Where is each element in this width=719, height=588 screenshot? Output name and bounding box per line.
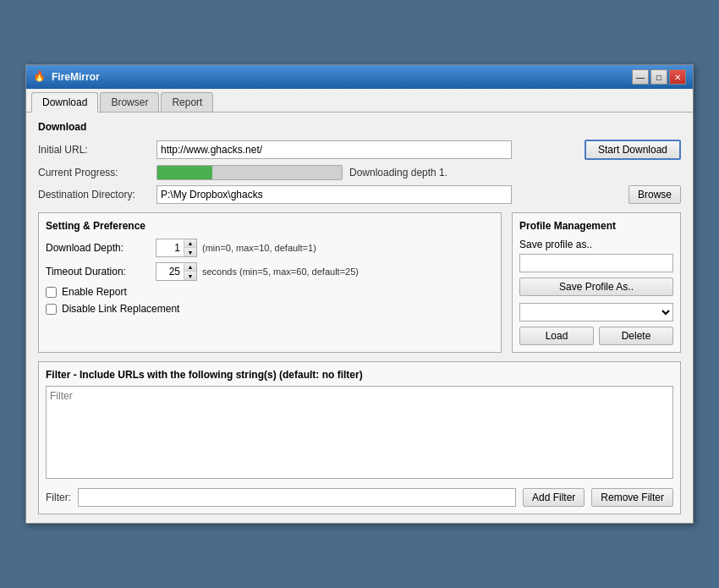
current-progress-label: Current Progress: (38, 167, 156, 179)
timeout-label: Timeout Duration: (46, 266, 156, 278)
filter-row: Filter: Add Filter Remove Filter (46, 488, 673, 507)
download-depth-row: Download Depth: ▲ ▼ (min=0, max=10, defa… (46, 239, 494, 257)
enable-report-row: Enable Report (46, 286, 494, 298)
download-depth-input[interactable] (156, 239, 184, 256)
maximize-button[interactable]: □ (650, 69, 667, 85)
initial-url-row: Initial URL: Start Download (38, 140, 681, 160)
current-progress-row: Current Progress: Downloading depth 1. (38, 165, 681, 180)
app-icon: 🔥 (33, 70, 47, 84)
timeout-input[interactable] (156, 263, 184, 280)
download-depth-down[interactable]: ▼ (184, 248, 196, 256)
timeout-up[interactable]: ▲ (184, 263, 196, 272)
profile-select-row (519, 303, 673, 321)
save-profile-button[interactable]: Save Profile As.. (519, 278, 673, 296)
timeout-down[interactable]: ▼ (184, 272, 196, 280)
save-profile-as-label: Save profile as.. (519, 239, 673, 250)
minimize-button[interactable]: — (632, 69, 649, 85)
download-depth-spinner: ▲ ▼ (156, 239, 197, 257)
title-bar-left: 🔥 FireMirror (33, 70, 100, 84)
profile-select[interactable] (519, 303, 673, 321)
progress-status-text: Downloading depth 1. (349, 167, 447, 179)
main-window: 🔥 FireMirror — □ ✕ Download Browser Repo… (25, 64, 694, 524)
tab-browser[interactable]: Browser (100, 92, 159, 112)
destination-dir-row: Destination Directory: Browse (38, 185, 681, 204)
load-delete-row: Load Delete (519, 327, 673, 345)
title-bar: 🔥 FireMirror — □ ✕ (26, 65, 693, 89)
profile-panel-title: Profile Management (519, 220, 673, 232)
close-button[interactable]: ✕ (669, 69, 686, 85)
load-button[interactable]: Load (519, 327, 594, 345)
download-depth-arrows: ▲ ▼ (184, 239, 196, 256)
timeout-spinner: ▲ ▼ (156, 262, 197, 281)
disable-link-row: Disable Link Replacement (46, 303, 494, 315)
download-section-title: Download (38, 121, 681, 133)
disable-link-label: Disable Link Replacement (62, 303, 179, 315)
title-bar-controls: — □ ✕ (632, 69, 686, 85)
destination-dir-input[interactable] (156, 185, 512, 204)
tab-download[interactable]: Download (31, 92, 98, 113)
download-depth-up[interactable]: ▲ (184, 239, 196, 248)
destination-dir-label: Destination Directory: (38, 189, 156, 201)
enable-report-checkbox[interactable] (46, 287, 57, 298)
progress-bar-container (156, 165, 343, 180)
two-panels: Setting & Preference Download Depth: ▲ ▼… (38, 212, 681, 353)
download-depth-hint: (min=0, max=10, default=1) (202, 243, 316, 253)
delete-button[interactable]: Delete (599, 327, 673, 345)
filter-label: Filter: (46, 492, 71, 503)
filter-input[interactable] (78, 488, 516, 507)
disable-link-checkbox[interactable] (46, 304, 57, 315)
settings-panel-title: Setting & Preference (46, 220, 494, 232)
initial-url-input[interactable] (156, 140, 512, 159)
timeout-arrows: ▲ ▼ (184, 263, 196, 280)
download-depth-label: Download Depth: (46, 242, 156, 254)
timeout-row: Timeout Duration: ▲ ▼ seconds (min=5, ma… (46, 262, 494, 281)
window-title: FireMirror (52, 71, 100, 83)
filter-textarea[interactable] (46, 386, 673, 479)
profile-name-input[interactable] (519, 254, 673, 272)
tab-content: Download Initial URL: Start Download Cur… (26, 113, 693, 523)
tab-bar: Download Browser Report (26, 89, 693, 113)
initial-url-label: Initial URL: (38, 144, 156, 156)
filter-section: Filter - Include URLs with the following… (38, 361, 681, 514)
settings-panel: Setting & Preference Download Depth: ▲ ▼… (38, 212, 502, 353)
add-filter-button[interactable]: Add Filter (523, 488, 585, 507)
progress-bar (157, 166, 212, 179)
start-download-button[interactable]: Start Download (585, 140, 681, 160)
profile-panel: Profile Management Save profile as.. Sav… (512, 212, 681, 353)
tab-report[interactable]: Report (161, 92, 213, 112)
browse-button[interactable]: Browse (628, 185, 681, 204)
remove-filter-button[interactable]: Remove Filter (591, 488, 673, 507)
timeout-hint: seconds (min=5, max=60, default=25) (202, 267, 359, 277)
filter-section-title: Filter - Include URLs with the following… (46, 369, 673, 381)
enable-report-label: Enable Report (62, 286, 127, 298)
